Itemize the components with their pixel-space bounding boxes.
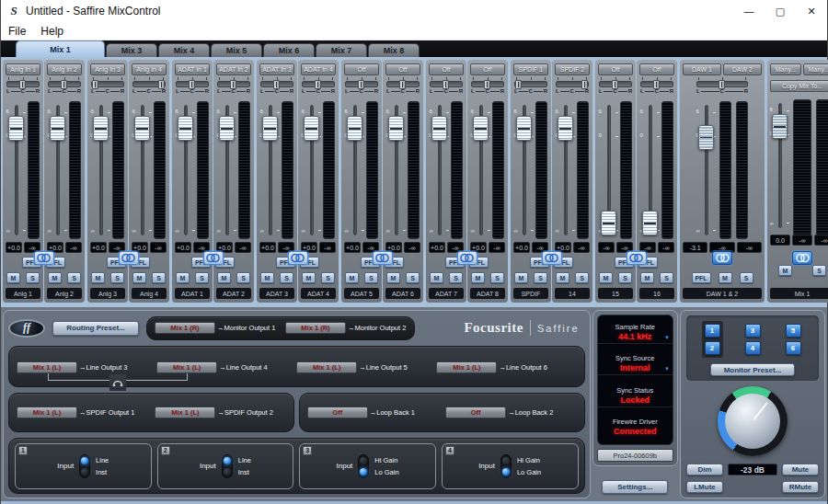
input-radio-hi-gain[interactable] (360, 457, 367, 464)
pan-control[interactable]: LCR (696, 77, 748, 99)
many-sources-button[interactable]: Many... (770, 63, 801, 75)
channel-fader[interactable]: 60∞ (771, 99, 788, 232)
channel-fader[interactable]: 60∞ (92, 101, 109, 239)
solo-button[interactable]: S (449, 272, 463, 283)
source-select-button[interactable]: SPDIF 2 (555, 63, 590, 75)
input-radio-hi-gain[interactable] (502, 457, 510, 464)
mute-button[interactable]: M (132, 272, 146, 283)
source-select-button[interactable]: Off (344, 63, 379, 75)
fader-handle[interactable] (642, 211, 658, 235)
channel-fader[interactable]: 60∞ (133, 101, 151, 239)
pan-track[interactable] (260, 81, 293, 87)
channel-fader[interactable]: 60∞ (261, 101, 279, 239)
solo-button[interactable]: S (364, 272, 378, 283)
fader-handle[interactable] (516, 116, 532, 141)
pan-control[interactable]: LCR (599, 77, 632, 99)
source-select-button[interactable]: ADAT In 2 (216, 63, 251, 75)
tab-mix-3[interactable]: Mix 3 (106, 43, 157, 57)
mute-button[interactable]: M (91, 272, 105, 283)
line-output-3-source-button[interactable]: Mix 1 (L) (17, 361, 77, 373)
pan-handle[interactable] (189, 80, 195, 89)
source-select-button[interactable]: ADAT In 1 (175, 63, 210, 75)
pan-track[interactable] (217, 81, 250, 87)
mute-button[interactable]: M (386, 272, 400, 283)
line-output-5-source-button[interactable]: Mix 1 (L) (296, 361, 357, 373)
copy-mix-to-button[interactable]: Copy Mix To... (770, 80, 828, 92)
fader-handle[interactable] (473, 116, 489, 141)
mute-button[interactable]: M (514, 272, 528, 283)
tab-mix-7[interactable]: Mix 7 (316, 43, 367, 57)
pan-track[interactable] (345, 81, 378, 87)
routing-preset-button[interactable]: Routing Preset... (52, 321, 139, 336)
pan-handle[interactable] (358, 80, 364, 89)
pan-handle[interactable] (612, 80, 618, 89)
line-output-4-source-button[interactable]: Mix 1 (L) (156, 361, 217, 373)
stereo-link-button[interactable] (288, 251, 308, 265)
mute-button[interactable]: M (345, 272, 359, 283)
sync-source-value[interactable]: Internal (598, 363, 673, 372)
fader-handle[interactable] (558, 116, 573, 141)
pan-track[interactable] (471, 81, 504, 87)
pan-handle[interactable] (581, 80, 588, 89)
stereo-link-button[interactable] (627, 251, 647, 265)
mute-button[interactable]: M (260, 272, 274, 283)
solo-button[interactable]: S (67, 272, 81, 283)
source-select-button[interactable]: Anlg In 4 (132, 63, 167, 75)
fader-handle[interactable] (262, 116, 278, 141)
source-select-button[interactable]: ADAT In 4 (301, 63, 336, 75)
solo-button[interactable]: S (812, 265, 826, 276)
source-select-button[interactable]: ADAT In 3 (259, 63, 294, 75)
stereo-link-button[interactable] (119, 251, 139, 265)
maximize-button[interactable]: ▢ (765, 0, 796, 22)
fader-handle[interactable] (134, 116, 150, 141)
pan-track[interactable] (640, 81, 673, 87)
channel-fader[interactable]: 60∞ (177, 101, 194, 239)
pan-control[interactable]: LCR (345, 77, 378, 99)
pan-track[interactable] (386, 81, 420, 87)
pan-control[interactable]: LCR (217, 77, 250, 99)
solo-button[interactable]: S (406, 272, 420, 283)
monitor-output-button-6[interactable]: 6 (786, 341, 801, 355)
many-sources-button[interactable]: Many... (803, 63, 828, 75)
fader-handle[interactable] (50, 116, 65, 141)
fader-handle[interactable] (8, 116, 24, 141)
minimize-button[interactable]: — (733, 0, 765, 22)
tab-mix-5[interactable]: Mix 5 (211, 43, 262, 57)
source-select-button[interactable]: SPDIF 1 (513, 63, 548, 75)
dim-button[interactable]: Dim (686, 464, 723, 475)
pan-track[interactable] (556, 81, 589, 87)
monitor-output-button-3[interactable]: 3 (745, 324, 761, 338)
source-select-button[interactable]: Off (639, 63, 674, 75)
pan-control[interactable]: LCR (176, 77, 209, 99)
channel-fader[interactable]: 60∞ (346, 101, 363, 239)
input-radio-inst[interactable] (81, 468, 88, 475)
fader-handle[interactable] (178, 116, 193, 141)
mute-button[interactable]: M (6, 272, 20, 283)
monitor-output-button-1[interactable]: 1 (705, 324, 720, 338)
fader-handle[interactable] (431, 116, 447, 141)
channel-fader[interactable]: 60∞ (472, 101, 489, 239)
mute-button[interactable]: M (778, 265, 792, 276)
fader-handle[interactable] (601, 211, 616, 235)
mute-button[interactable]: M (430, 272, 443, 283)
channel-fader[interactable]: 60∞ (431, 101, 448, 239)
solo-button[interactable]: S (575, 272, 589, 283)
input-radio-inst[interactable] (224, 468, 231, 475)
pan-control[interactable]: LCR (260, 77, 293, 99)
source-select-button[interactable]: DAW 1 (683, 63, 721, 75)
source-select-button[interactable]: Off (598, 63, 633, 75)
monitor-output-1-source-button[interactable]: Mix 1 (R) (155, 322, 215, 334)
mute-button[interactable]: Mute (782, 464, 819, 475)
solo-button[interactable]: S (740, 272, 753, 283)
pan-track[interactable] (48, 81, 81, 87)
channel-fader[interactable]: 60∞ (49, 101, 66, 239)
monitor-output-button-4[interactable]: 4 (745, 341, 761, 355)
title-bar[interactable]: S Untitled - Saffire MixControl — ▢ ✕ (1, 0, 827, 22)
solo-button[interactable]: S (236, 272, 250, 283)
pan-control[interactable]: LCR (48, 77, 81, 99)
pan-control[interactable]: LCR (302, 77, 335, 99)
solo-button[interactable]: S (280, 272, 293, 283)
channel-fader[interactable]: 60∞ (7, 101, 25, 239)
pan-handle[interactable] (653, 80, 660, 89)
pan-track[interactable] (302, 81, 335, 87)
